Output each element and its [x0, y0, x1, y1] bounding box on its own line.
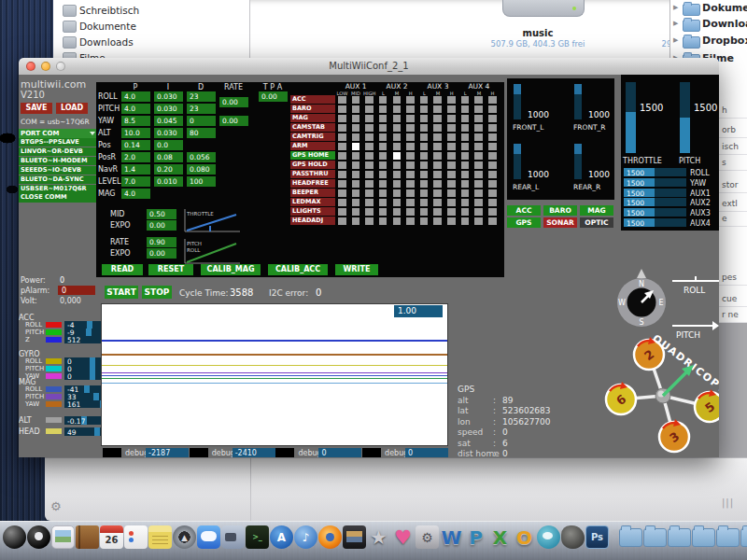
- start-button[interactable]: START: [105, 286, 138, 299]
- aux-checkbox[interactable]: [352, 217, 360, 225]
- aux-checkbox[interactable]: [338, 180, 346, 188]
- save-button[interactable]: SAVE: [21, 103, 52, 114]
- aux-checkbox[interactable]: [433, 199, 442, 206]
- aux-checkbox[interactable]: [488, 133, 497, 141]
- aux-checkbox[interactable]: [379, 133, 388, 141]
- aux-checkbox[interactable]: [433, 189, 442, 197]
- aux-checkbox[interactable]: [379, 171, 388, 178]
- app-photos[interactable]: [51, 525, 75, 549]
- aux-checkbox[interactable]: [393, 161, 402, 169]
- aux-checkbox[interactable]: [420, 133, 429, 141]
- app-globe[interactable]: [537, 525, 560, 549]
- aux-checkbox[interactable]: [365, 124, 374, 132]
- app-messages[interactable]: [197, 525, 220, 549]
- aux-checkbox[interactable]: [338, 189, 346, 197]
- app-powerpoint[interactable]: P: [464, 525, 487, 549]
- pitch-bar[interactable]: [680, 82, 690, 153]
- aux-checkbox[interactable]: [461, 115, 470, 122]
- read-button[interactable]: READ: [102, 264, 143, 275]
- disclosure-triangle-icon[interactable]: ▶: [673, 4, 678, 11]
- aux-checkbox[interactable]: [433, 180, 442, 188]
- aux-checkbox[interactable]: [365, 171, 374, 178]
- aux-checkbox[interactable]: [488, 180, 497, 188]
- aux-checkbox[interactable]: [433, 133, 442, 141]
- sidebar-item-schreibtisch[interactable]: Schreibtisch: [79, 5, 139, 16]
- aux-checkbox[interactable]: [447, 217, 456, 225]
- aux-checkbox[interactable]: [488, 96, 497, 104]
- aux-checkbox[interactable]: [447, 208, 456, 216]
- tpa-value-box[interactable]: 0.00: [259, 91, 288, 102]
- aux-checkbox[interactable]: [365, 199, 374, 206]
- throttle-bar[interactable]: [626, 82, 636, 153]
- aux-checkbox[interactable]: [365, 115, 374, 122]
- aux-checkbox[interactable]: [352, 124, 360, 132]
- app-rock[interactable]: [561, 525, 585, 549]
- aux-checkbox[interactable]: [352, 180, 360, 188]
- aux-checkbox[interactable]: [365, 161, 374, 169]
- aux-checkbox[interactable]: [474, 105, 483, 113]
- aux-checkbox[interactable]: [406, 105, 415, 113]
- pid-value-box[interactable]: 23: [187, 91, 216, 102]
- aux-checkbox[interactable]: [352, 208, 360, 216]
- aux-checkbox[interactable]: [406, 171, 415, 178]
- aux-checkbox[interactable]: [393, 115, 402, 122]
- aux-checkbox[interactable]: [488, 115, 497, 122]
- aux-checkbox[interactable]: [420, 115, 429, 122]
- aux-checkbox[interactable]: [420, 171, 429, 178]
- pid-value-box[interactable]: 0.030: [154, 91, 183, 102]
- aux-checkbox[interactable]: [406, 143, 415, 150]
- aux-checkbox[interactable]: [393, 133, 402, 141]
- aux-checkbox[interactable]: [447, 115, 456, 122]
- aux-checkbox[interactable]: [447, 161, 456, 169]
- aux-checkbox[interactable]: [461, 105, 470, 113]
- curve-param-box[interactable]: 0.00: [147, 220, 176, 231]
- app-image-editor[interactable]: [343, 525, 366, 549]
- aux-checkbox[interactable]: [393, 180, 402, 188]
- aux-checkbox[interactable]: [461, 171, 470, 178]
- pid-value-box[interactable]: 0.0: [154, 140, 183, 150]
- aux-checkbox[interactable]: [461, 199, 470, 206]
- aux-checkbox[interactable]: [393, 189, 402, 197]
- aux-checkbox[interactable]: [406, 124, 415, 132]
- app-console[interactable]: >_: [246, 525, 269, 549]
- aux-checkbox[interactable]: [406, 217, 415, 225]
- aux-checkbox[interactable]: [447, 180, 456, 188]
- app-facetime[interactable]: [221, 525, 245, 549]
- port-item[interactable]: LINVOR~OR-DEVB: [19, 147, 97, 156]
- aux-checkbox[interactable]: [433, 105, 442, 113]
- aux-checkbox[interactable]: [338, 171, 346, 178]
- aux-checkbox[interactable]: [352, 115, 360, 122]
- aux-checkbox[interactable]: [338, 199, 346, 206]
- aux-checkbox[interactable]: [461, 96, 470, 104]
- aux-checkbox[interactable]: [379, 105, 388, 113]
- aux-checkbox[interactable]: [406, 180, 415, 188]
- aux-checkbox[interactable]: [352, 152, 360, 160]
- aux-checkbox[interactable]: [488, 124, 497, 132]
- pid-value-box[interactable]: 0.010: [154, 176, 183, 187]
- curve-param-box[interactable]: 0.90: [147, 237, 176, 247]
- app-outlook[interactable]: O: [513, 525, 536, 549]
- pid-value-box[interactable]: 23: [187, 104, 216, 114]
- aux-checkbox[interactable]: [393, 199, 402, 206]
- sidebar-item-dokumente[interactable]: Dokumente: [79, 21, 136, 32]
- app-dark-sphere[interactable]: [3, 525, 26, 549]
- pid-value-box[interactable]: 0.056: [187, 152, 216, 162]
- aux-checkbox[interactable]: [406, 115, 415, 122]
- aux-checkbox[interactable]: [338, 96, 346, 104]
- aux-checkbox[interactable]: [447, 152, 456, 160]
- aux-checkbox[interactable]: [406, 189, 415, 197]
- reset-button[interactable]: RESET: [148, 264, 193, 275]
- aux-checkbox[interactable]: [474, 171, 483, 178]
- aux-checkbox[interactable]: [352, 96, 360, 104]
- aux-checkbox[interactable]: [379, 217, 388, 225]
- aux-checkbox[interactable]: [433, 124, 442, 132]
- app-calendar[interactable]: 26: [100, 525, 123, 549]
- pid-value-box[interactable]: 0.045: [154, 116, 183, 126]
- app-contacts[interactable]: [76, 525, 99, 549]
- pid-value-box[interactable]: 2.0: [121, 152, 150, 162]
- aux-checkbox[interactable]: [338, 143, 346, 150]
- port-item[interactable]: SEEEDS~IO-DEVB: [19, 166, 97, 175]
- aux-checkbox[interactable]: [352, 105, 360, 113]
- port-item[interactable]: BLUETO~H-MODEM: [19, 157, 97, 165]
- aux-checkbox[interactable]: [420, 208, 429, 216]
